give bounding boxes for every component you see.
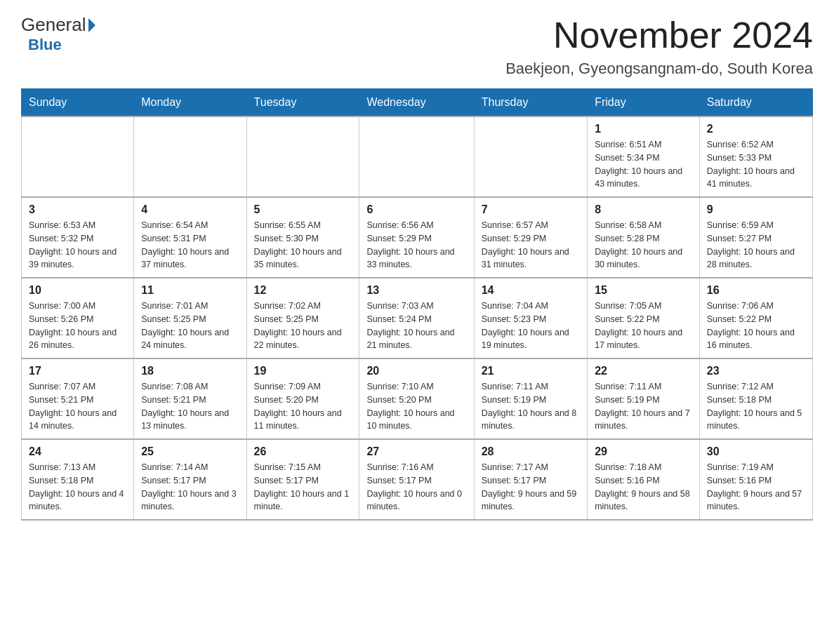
calendar-day-cell: 1Sunrise: 6:51 AMSunset: 5:34 PMDaylight… — [588, 116, 700, 197]
location-title: Baekjeon, Gyeongsangnam-do, South Korea — [505, 60, 813, 78]
day-number: 22 — [595, 365, 692, 377]
calendar-day-cell: 3Sunrise: 6:53 AMSunset: 5:32 PMDaylight… — [22, 197, 134, 278]
day-number: 9 — [707, 203, 805, 216]
calendar-day-cell: 15Sunrise: 7:05 AMSunset: 5:22 PMDayligh… — [588, 278, 700, 358]
calendar-day-cell: 2Sunrise: 6:52 AMSunset: 5:33 PMDaylight… — [699, 116, 812, 197]
day-info: Sunrise: 7:12 AMSunset: 5:18 PMDaylight:… — [707, 380, 805, 433]
calendar-week-row: 3Sunrise: 6:53 AMSunset: 5:32 PMDaylight… — [22, 197, 813, 278]
day-info: Sunrise: 7:10 AMSunset: 5:20 PMDaylight:… — [366, 380, 466, 433]
day-info: Sunrise: 7:17 AMSunset: 5:17 PMDaylight:… — [482, 461, 580, 514]
calendar-day-cell: 22Sunrise: 7:11 AMSunset: 5:19 PMDayligh… — [588, 358, 700, 439]
day-number: 8 — [595, 203, 692, 216]
day-number: 28 — [482, 445, 580, 458]
day-number: 25 — [141, 445, 239, 458]
day-number: 15 — [595, 284, 692, 297]
logo-triangle-icon — [88, 18, 95, 32]
calendar-day-cell: 8Sunrise: 6:58 AMSunset: 5:28 PMDaylight… — [588, 197, 700, 278]
day-info: Sunrise: 7:08 AMSunset: 5:21 PMDaylight:… — [141, 380, 239, 433]
day-number: 23 — [707, 365, 805, 377]
calendar-day-cell: 12Sunrise: 7:02 AMSunset: 5:25 PMDayligh… — [246, 278, 359, 358]
day-number: 26 — [254, 445, 352, 458]
day-info: Sunrise: 6:58 AMSunset: 5:28 PMDaylight:… — [595, 219, 692, 271]
day-info: Sunrise: 7:05 AMSunset: 5:22 PMDaylight:… — [595, 300, 692, 352]
day-info: Sunrise: 7:19 AMSunset: 5:16 PMDaylight:… — [707, 461, 805, 514]
calendar-day-cell: 4Sunrise: 6:54 AMSunset: 5:31 PMDaylight… — [134, 197, 246, 278]
day-info: Sunrise: 7:00 AMSunset: 5:26 PMDaylight:… — [29, 300, 126, 352]
day-number: 12 — [254, 284, 352, 297]
day-info: Sunrise: 6:53 AMSunset: 5:32 PMDaylight:… — [29, 219, 126, 271]
day-info: Sunrise: 6:59 AMSunset: 5:27 PMDaylight:… — [707, 219, 805, 271]
day-info: Sunrise: 7:03 AMSunset: 5:24 PMDaylight:… — [366, 300, 466, 352]
day-info: Sunrise: 7:11 AMSunset: 5:19 PMDaylight:… — [595, 380, 692, 433]
calendar-day-cell: 7Sunrise: 6:57 AMSunset: 5:29 PMDaylight… — [474, 197, 587, 278]
title-area: November 2024 Baekjeon, Gyeongsangnam-do… — [505, 14, 813, 78]
day-info: Sunrise: 7:01 AMSunset: 5:25 PMDaylight:… — [141, 300, 239, 352]
day-number: 6 — [366, 203, 466, 216]
calendar-day-cell: 23Sunrise: 7:12 AMSunset: 5:18 PMDayligh… — [699, 358, 812, 439]
day-number: 27 — [366, 445, 466, 458]
calendar-day-cell: 28Sunrise: 7:17 AMSunset: 5:17 PMDayligh… — [474, 439, 587, 520]
calendar-day-cell — [474, 116, 587, 197]
calendar-day-cell: 5Sunrise: 6:55 AMSunset: 5:30 PMDaylight… — [246, 197, 359, 278]
day-number: 30 — [707, 445, 805, 458]
day-info: Sunrise: 7:09 AMSunset: 5:20 PMDaylight:… — [254, 380, 352, 433]
day-number: 7 — [482, 203, 580, 216]
calendar-day-cell: 26Sunrise: 7:15 AMSunset: 5:17 PMDayligh… — [246, 439, 359, 520]
calendar-week-row: 1Sunrise: 6:51 AMSunset: 5:34 PMDaylight… — [22, 116, 813, 197]
calendar-day-cell: 24Sunrise: 7:13 AMSunset: 5:18 PMDayligh… — [22, 439, 134, 520]
calendar-day-cell — [134, 116, 246, 197]
day-number: 18 — [141, 365, 239, 377]
calendar-header-row: SundayMondayTuesdayWednesdayThursdayFrid… — [22, 89, 813, 117]
calendar-day-cell: 10Sunrise: 7:00 AMSunset: 5:26 PMDayligh… — [22, 278, 134, 358]
calendar-header-tuesday: Tuesday — [246, 89, 359, 117]
day-info: Sunrise: 6:52 AMSunset: 5:33 PMDaylight:… — [707, 138, 805, 191]
calendar-day-cell: 6Sunrise: 6:56 AMSunset: 5:29 PMDaylight… — [359, 197, 474, 278]
calendar-day-cell — [246, 116, 359, 197]
calendar-day-cell: 13Sunrise: 7:03 AMSunset: 5:24 PMDayligh… — [359, 278, 474, 358]
day-number: 5 — [254, 203, 352, 216]
day-info: Sunrise: 7:15 AMSunset: 5:17 PMDaylight:… — [254, 461, 352, 514]
calendar-day-cell: 30Sunrise: 7:19 AMSunset: 5:16 PMDayligh… — [699, 439, 812, 520]
calendar-header-friday: Friday — [588, 89, 700, 117]
day-number: 29 — [595, 445, 692, 458]
day-number: 16 — [707, 284, 805, 297]
calendar-header-saturday: Saturday — [699, 89, 812, 117]
day-number: 4 — [141, 203, 239, 216]
day-number: 2 — [707, 123, 805, 135]
calendar-day-cell: 16Sunrise: 7:06 AMSunset: 5:22 PMDayligh… — [699, 278, 812, 358]
day-info: Sunrise: 6:55 AMSunset: 5:30 PMDaylight:… — [254, 219, 352, 271]
page-header: General Blue November 2024 Baekjeon, Gye… — [21, 14, 813, 78]
logo-blue-label: Blue — [28, 36, 62, 53]
logo-general: General — [21, 14, 86, 36]
month-title: November 2024 — [505, 14, 813, 56]
day-number: 14 — [482, 284, 580, 297]
calendar-day-cell: 29Sunrise: 7:18 AMSunset: 5:16 PMDayligh… — [588, 439, 700, 520]
day-number: 17 — [29, 365, 126, 377]
calendar-day-cell: 17Sunrise: 7:07 AMSunset: 5:21 PMDayligh… — [22, 358, 134, 439]
calendar-day-cell: 14Sunrise: 7:04 AMSunset: 5:23 PMDayligh… — [474, 278, 587, 358]
calendar-day-cell: 9Sunrise: 6:59 AMSunset: 5:27 PMDaylight… — [699, 197, 812, 278]
day-info: Sunrise: 6:51 AMSunset: 5:34 PMDaylight:… — [595, 138, 692, 191]
calendar-header-wednesday: Wednesday — [359, 89, 474, 117]
calendar-week-row: 24Sunrise: 7:13 AMSunset: 5:18 PMDayligh… — [22, 439, 813, 520]
day-info: Sunrise: 7:07 AMSunset: 5:21 PMDaylight:… — [29, 380, 126, 433]
day-number: 20 — [366, 365, 466, 377]
calendar-header-sunday: Sunday — [22, 89, 134, 117]
calendar-day-cell: 18Sunrise: 7:08 AMSunset: 5:21 PMDayligh… — [134, 358, 246, 439]
day-number: 24 — [29, 445, 126, 458]
calendar-day-cell: 11Sunrise: 7:01 AMSunset: 5:25 PMDayligh… — [134, 278, 246, 358]
day-info: Sunrise: 7:16 AMSunset: 5:17 PMDaylight:… — [366, 461, 466, 514]
day-number: 1 — [595, 123, 692, 135]
calendar-day-cell — [22, 116, 134, 197]
day-number: 19 — [254, 365, 352, 377]
calendar-week-row: 17Sunrise: 7:07 AMSunset: 5:21 PMDayligh… — [22, 358, 813, 439]
day-number: 10 — [29, 284, 126, 297]
calendar-header-thursday: Thursday — [474, 89, 587, 117]
day-number: 11 — [141, 284, 239, 297]
day-info: Sunrise: 7:02 AMSunset: 5:25 PMDaylight:… — [254, 300, 352, 352]
day-number: 13 — [366, 284, 466, 297]
day-info: Sunrise: 7:06 AMSunset: 5:22 PMDaylight:… — [707, 300, 805, 352]
logo-text: General — [21, 14, 98, 36]
logo: General Blue — [21, 14, 98, 54]
calendar-table: SundayMondayTuesdayWednesdayThursdayFrid… — [21, 88, 813, 521]
